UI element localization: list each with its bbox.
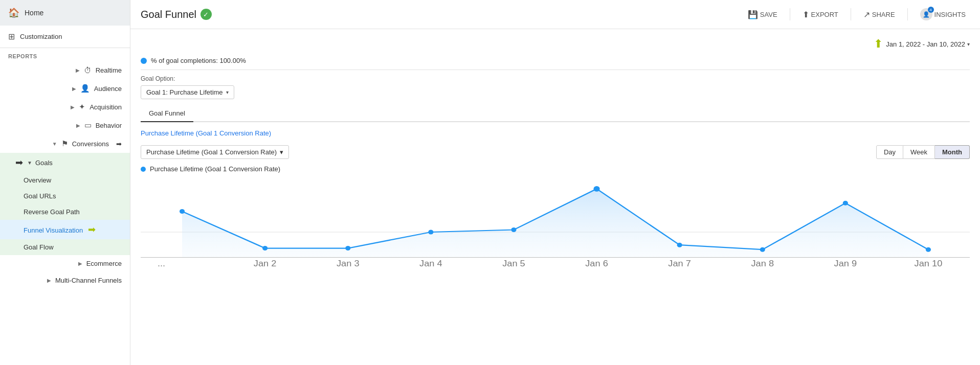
goals-arrow-indicator: ➡ [15, 157, 23, 168]
svg-point-7 [593, 186, 599, 192]
sidebar-item-multichannel[interactable]: ▶ Multi-Channel Funnels [0, 272, 130, 289]
completions-dot [141, 58, 147, 64]
svg-point-6 [511, 227, 516, 232]
page-title: Goal Funnel ✓ [141, 9, 212, 20]
svg-text:Jan 2: Jan 2 [254, 259, 277, 268]
insights-avatar: 👤 4 [920, 8, 932, 20]
main-content: Goal Funnel ✓ 💾 SAVE ⬆ EXPORT ↗ SHARE 👤 [130, 0, 980, 365]
sidebar-home-label: Home [25, 9, 43, 17]
realtime-icon: ⏱ [84, 66, 92, 75]
share-button[interactable]: ↗ SHARE [859, 8, 899, 21]
sidebar-item-realtime-label: Realtime [96, 66, 122, 74]
top-bar: Goal Funnel ✓ 💾 SAVE ⬆ EXPORT ↗ SHARE 👤 [130, 0, 980, 29]
insights-button[interactable]: 👤 4 INSIGHTS [916, 6, 970, 22]
goal-select[interactable]: Goal 1: Purchase Lifetime ▾ [141, 85, 234, 99]
legend-text: Purchase Lifetime (Goal 1 Conversion Rat… [150, 165, 280, 173]
svg-text:Jan 4: Jan 4 [419, 259, 442, 268]
export-button[interactable]: ⬆ EXPORT [798, 8, 842, 21]
svg-point-8 [677, 243, 682, 247]
save-icon: 💾 [748, 10, 758, 19]
chevron-right-icon: ▶ [71, 104, 75, 110]
sidebar-customization-label: Customization [20, 33, 62, 40]
insights-badge: 4 [928, 7, 934, 13]
chevron-right-icon: ▶ [78, 261, 82, 266]
goals-chevron-down-icon: ▼ [27, 160, 32, 166]
separator [790, 8, 790, 20]
sidebar-item-behavior-label: Behavior [96, 122, 122, 129]
time-btn-day[interactable]: Day [876, 145, 903, 159]
verified-badge: ✓ [201, 9, 212, 20]
sidebar-item-behavior[interactable]: ▶ ▭ Behavior [0, 116, 130, 134]
svg-text:Jan 6: Jan 6 [585, 259, 608, 268]
svg-point-10 [843, 201, 848, 206]
conversions-icon: ⚑ [61, 139, 68, 148]
conversions-arrow-indicator: ➡ [116, 140, 122, 148]
separator [851, 8, 851, 20]
home-icon: 🏠 [8, 7, 19, 18]
time-btn-week[interactable]: Week [903, 145, 935, 159]
tab-goal-funnel[interactable]: Goal Funnel [141, 105, 193, 122]
acquisition-icon: ✦ [79, 102, 85, 111]
sidebar-item-reverse-goal-path[interactable]: Reverse Goal Path [0, 204, 130, 220]
chevron-right-icon: ▶ [47, 278, 51, 283]
behavior-icon: ▭ [84, 121, 92, 130]
sidebar-item-ecommerce[interactable]: ▶ Ecommerce [0, 255, 130, 272]
tab-goal-funnel-label: Goal Funnel [149, 109, 185, 117]
svg-marker-1 [182, 189, 928, 257]
svg-text:Jan 10: Jan 10 [915, 259, 943, 268]
funnel-arrow-indicator: ➡ [88, 224, 96, 235]
sidebar-customization[interactable]: ⊞ Customization [0, 26, 130, 48]
date-range-selector[interactable]: Jan 1, 2022 - Jan 10, 2022 ▾ [886, 40, 970, 48]
sidebar-item-realtime[interactable]: ▶ ⏱ Realtime [0, 61, 130, 79]
sidebar: 🏠 Home ⊞ Customization REPORTS ▶ ⏱ Realt… [0, 0, 130, 365]
completions-text: % of goal completions: 100.00% [151, 57, 246, 64]
sidebar-item-funnel-visualization[interactable]: Funnel Visualization ➡ [0, 220, 130, 239]
sidebar-item-conversions[interactable]: ▼ ⚑ Conversions ➡ [0, 134, 130, 153]
sidebar-item-goal-flow[interactable]: Goal Flow [0, 239, 130, 255]
time-buttons: Day Week Month [876, 145, 970, 159]
sidebar-item-goal-urls[interactable]: Goal URLs [0, 188, 130, 204]
goal-option-label: Goal Option: [141, 75, 970, 82]
goals-header[interactable]: ➡ ▼ Goals [0, 153, 130, 172]
separator [907, 8, 908, 20]
metric-select-value: Purchase Lifetime (Goal 1 Conversion Rat… [146, 148, 277, 156]
chart-legend: Purchase Lifetime (Goal 1 Conversion Rat… [141, 165, 970, 173]
date-range-dropdown-icon: ▾ [967, 41, 970, 47]
date-range-text: Jan 1, 2022 - Jan 10, 2022 [886, 40, 965, 48]
sidebar-item-acquisition[interactable]: ▶ ✦ Acquisition [0, 98, 130, 116]
divider [141, 70, 970, 70]
date-arrow-up-icon: ⬆ [874, 37, 883, 51]
sidebar-home[interactable]: 🏠 Home [0, 0, 130, 26]
save-button[interactable]: 💾 SAVE [744, 8, 782, 21]
svg-text:Jan 7: Jan 7 [668, 259, 691, 268]
svg-point-3 [262, 246, 268, 250]
share-label: SHARE [872, 11, 895, 18]
export-icon: ⬆ [803, 10, 809, 19]
save-label: SAVE [760, 11, 777, 18]
sidebar-item-overview[interactable]: Overview [0, 172, 130, 188]
audience-icon: 👤 [80, 84, 90, 93]
goal-select-arrow-icon: ▾ [226, 89, 229, 95]
svg-point-9 [760, 247, 765, 252]
sidebar-item-audience-label: Audience [94, 85, 122, 93]
time-btn-month[interactable]: Month [935, 145, 970, 159]
content-area: ⬆ Jan 1, 2022 - Jan 10, 2022 ▾ % of goal… [130, 29, 980, 365]
sidebar-item-multichannel-label: Multi-Channel Funnels [55, 277, 122, 284]
svg-point-11 [926, 247, 931, 252]
goal-completions-row: % of goal completions: 100.00% [141, 57, 970, 64]
sidebar-item-acquisition-label: Acquisition [90, 103, 122, 111]
sidebar-item-audience[interactable]: ▶ 👤 Audience [0, 79, 130, 98]
chart-controls: Purchase Lifetime (Goal 1 Conversion Rat… [141, 145, 970, 159]
metric-select-arrow-icon: ▾ [280, 148, 283, 156]
share-icon: ↗ [863, 10, 870, 19]
svg-point-2 [180, 209, 185, 214]
insights-label: INSIGHTS [934, 11, 966, 18]
metric-select[interactable]: Purchase Lifetime (Goal 1 Conversion Rat… [141, 145, 289, 159]
chart-subtitle: Purchase Lifetime (Goal 1 Conversion Rat… [141, 129, 970, 137]
legend-dot [141, 167, 146, 172]
svg-text:Jan 9: Jan 9 [834, 259, 857, 268]
page-title-text: Goal Funnel [141, 9, 196, 20]
tabs-row: Goal Funnel [141, 105, 970, 122]
line-chart: ... Jan 2 Jan 3 Jan 4 Jan 5 Jan 6 Jan 7 … [141, 177, 970, 269]
svg-text:Jan 5: Jan 5 [502, 259, 525, 268]
